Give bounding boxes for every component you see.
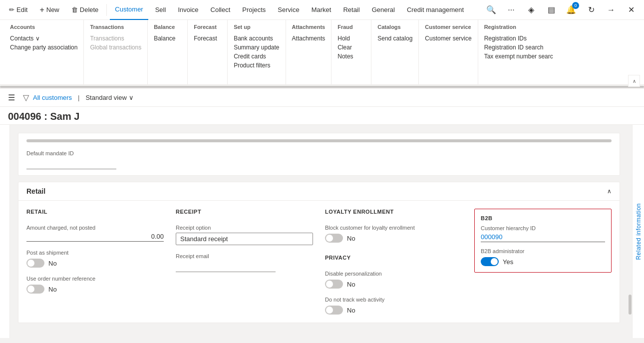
menu-registration-ids[interactable]: Registration IDs [484, 34, 553, 43]
b2b-box: B2B Customer hierarchy ID 000090 B2B adm… [474, 209, 612, 273]
menu-bank-accounts[interactable]: Bank accounts [234, 34, 279, 43]
menu-contacts[interactable]: Contacts ∨ [10, 34, 77, 43]
nav-new-label: New [46, 6, 59, 13]
nav-invoice[interactable]: Invoice [173, 0, 203, 20]
trash-icon: 🗑 [71, 6, 78, 13]
hamburger-icon[interactable]: ☰ [8, 93, 15, 102]
use-order-ref-toggle-container: No [26, 285, 164, 294]
left-panel-toggle[interactable] [0, 125, 10, 338]
all-customers-link[interactable]: All customers [33, 94, 72, 101]
nav-service[interactable]: Service [273, 0, 304, 20]
amount-field: Amount charged, not posted 0.00 [26, 225, 164, 242]
related-info-panel[interactable]: Related information [632, 125, 644, 338]
receipt-col-title: RECEIPT [176, 209, 313, 215]
menu-product-filters[interactable]: Product filters [234, 61, 279, 70]
edit-icon: ✏ [9, 6, 14, 13]
mega-menu: Accounts Contacts ∨ Change party associa… [0, 20, 644, 85]
refresh-btn[interactable]: ↻ [582, 1, 600, 19]
notification-btn[interactable]: 🔔 0 [562, 1, 580, 19]
retail-section-header[interactable]: Retail ∧ [18, 182, 620, 201]
menu-attachments[interactable]: Attachments [292, 34, 325, 43]
do-not-track-toggle[interactable] [325, 306, 343, 315]
close-btn[interactable]: ✕ [622, 1, 640, 19]
ellipsis-btn[interactable]: ··· [502, 1, 520, 19]
post-as-shipment-toggle-container: No [26, 259, 164, 268]
menu-transactions-title: Transactions [90, 24, 141, 30]
disable-personalization-value: No [347, 281, 355, 288]
nav-collect-label: Collect [211, 6, 231, 13]
retail-col: RETAIL Amount charged, not posted 0.00 P… [26, 209, 164, 315]
menu-customer-service[interactable]: Customer service [425, 34, 471, 43]
menu-summary-update[interactable]: Summary update [234, 43, 279, 52]
nav-retail-label: Retail [343, 6, 359, 13]
menu-transactions: Transactions [90, 34, 141, 43]
page-toolbar: ☰ ▽ All customers | Standard view ∨ [0, 89, 644, 107]
receipt-option-select[interactable]: Standard receipt [176, 233, 313, 245]
layers-icon[interactable]: ▤ [542, 1, 560, 19]
menu-send-catalog[interactable]: Send catalog [377, 34, 412, 43]
menu-group-registration: Registration Registration IDs Registrati… [478, 20, 559, 84]
receipt-email-input[interactable] [176, 261, 276, 272]
do-not-track-label: Do not track web activity [325, 297, 462, 303]
menu-setup-title: Set up [234, 24, 279, 30]
diamond-icon[interactable]: ◈ [522, 1, 540, 19]
main-content: Default mandate ID Retail ∧ RETAIL Amoun… [0, 125, 644, 338]
use-order-ref-toggle-thumb [27, 286, 34, 293]
plus-icon: + [39, 5, 44, 14]
nav-sell[interactable]: Sell [150, 0, 171, 20]
block-loyalty-field: Block customer for loyalty enrollment No [325, 225, 462, 243]
menu-notes[interactable]: Notes [337, 52, 365, 61]
nav-projects[interactable]: Projects [237, 0, 271, 20]
menu-balance[interactable]: Balance [154, 34, 181, 43]
mandate-card: Default mandate ID [18, 133, 620, 176]
menu-group-forecast: Forecast Forecast [188, 20, 228, 84]
nav-new[interactable]: + New [34, 0, 64, 20]
nav-credit-management[interactable]: Credit management [402, 0, 469, 20]
block-loyalty-label: Block customer for loyalty enrollment [325, 225, 462, 231]
menu-accounts-title: Accounts [10, 24, 77, 30]
post-as-shipment-toggle[interactable] [26, 259, 44, 268]
nav-customer[interactable]: Customer [110, 0, 148, 20]
b2b-title: B2B [481, 215, 605, 221]
post-as-shipment-label: Post as shipment [26, 250, 164, 256]
nav-collect[interactable]: Collect [206, 0, 236, 20]
search-btn[interactable]: 🔍 [482, 1, 500, 19]
b2b-admin-toggle[interactable] [481, 257, 499, 266]
menu-group-accounts: Accounts Contacts ∨ Change party associa… [4, 20, 84, 84]
notification-badge: 0 [572, 2, 579, 9]
menu-clear[interactable]: Clear [337, 43, 365, 52]
b2b-admin-label: B2B administrator [481, 248, 605, 254]
view-selector[interactable]: Standard view ∨ [85, 94, 133, 101]
nav-edit[interactable]: ✏ Edit [4, 0, 32, 20]
menu-forecast[interactable]: Forecast [194, 34, 221, 43]
collapse-mega-menu-btn[interactable]: ∧ [628, 75, 640, 87]
block-loyalty-toggle[interactable] [325, 234, 343, 243]
retail-collapse-icon: ∧ [607, 188, 612, 195]
menu-hold[interactable]: Hold [337, 34, 365, 43]
vertical-scrollbar[interactable] [628, 125, 632, 338]
nav-retail[interactable]: Retail [338, 0, 364, 20]
menu-group-customer-service: Customer service Customer service [419, 20, 478, 84]
filter-icon[interactable]: ▽ [23, 93, 29, 102]
menu-change-party[interactable]: Change party association [10, 43, 77, 52]
menu-tax-exempt-search[interactable]: Tax exempt number searc [484, 52, 553, 61]
receipt-email-field: Receipt email [176, 253, 313, 272]
scroll-indicator[interactable]: ∧ [0, 85, 644, 89]
hierarchy-id-value[interactable]: 000090 [481, 233, 605, 242]
receipt-option-field: Receipt option Standard receipt [176, 225, 313, 245]
menu-credit-cards[interactable]: Credit cards [234, 52, 279, 61]
forward-btn[interactable]: → [602, 1, 620, 19]
nav-general[interactable]: General [367, 0, 400, 20]
nav-invoice-label: Invoice [178, 6, 198, 13]
do-not-track-field: Do not track web activity No [325, 297, 462, 315]
content-area: Default mandate ID Retail ∧ RETAIL Amoun… [10, 125, 628, 338]
mandate-input[interactable] [26, 158, 116, 169]
b2b-col: B2B Customer hierarchy ID 000090 B2B adm… [474, 209, 612, 315]
disable-personalization-toggle[interactable] [325, 280, 343, 289]
use-order-ref-toggle[interactable] [26, 285, 44, 294]
nav-market[interactable]: Market [307, 0, 336, 20]
menu-registration-id-search[interactable]: Registration ID search [484, 43, 553, 52]
use-order-ref-field: Use order number reference No [26, 276, 164, 294]
nav-delete[interactable]: 🗑 Delete [66, 0, 104, 20]
menu-attachments-title: Attachments [292, 24, 325, 30]
